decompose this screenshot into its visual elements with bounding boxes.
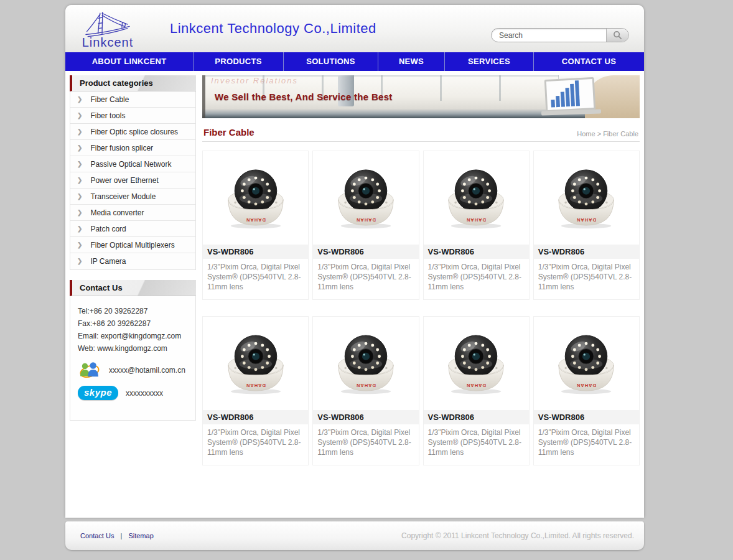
category-item-label: Fiber Optical Multiplexers [90, 237, 174, 253]
product-name[interactable]: VS-WDR806 [534, 245, 639, 259]
msn-messenger-icon [78, 361, 101, 380]
product-image[interactable] [424, 151, 529, 245]
chevron-right-icon: ❯ [77, 189, 82, 205]
contact-line: Tel:+86 20 39262287 [78, 305, 195, 317]
chevron-right-icon: ❯ [77, 91, 82, 108]
footer-link-separator: | [120, 532, 122, 539]
chevron-right-icon: ❯ [77, 156, 82, 172]
main-nav: ABOUT LINKCENTPRODUCTSSOLUTIONSNEWSSERVI… [65, 52, 644, 71]
product-name[interactable]: VS-WDR806 [534, 410, 639, 424]
category-item-label: Transceiver Module [90, 189, 156, 205]
title-row: Fiber Cable Home > Fiber Cable [203, 127, 638, 138]
product-name[interactable]: VS-WDR806 [424, 410, 529, 424]
breadcrumb-home-link[interactable]: Home [577, 130, 595, 138]
nav-item[interactable]: CONTACT US [533, 52, 644, 71]
footer-contact-us-link[interactable]: Contact Us [80, 532, 114, 539]
nav-item[interactable]: SOLUTIONS [283, 52, 378, 71]
category-item[interactable]: ❯ Transceiver Module [70, 189, 195, 205]
dome-camera-image [218, 325, 294, 401]
company-name: Linkcent Technology Co.,Limited [170, 21, 376, 37]
footer-links: Contact Us | Sitemap [80, 532, 154, 539]
page-title: Fiber Cable [203, 127, 254, 138]
main-column: Investor Relations We Sell the Best, And… [202, 75, 640, 465]
category-item[interactable]: ❯ Patch cord [70, 221, 195, 237]
product-grid: VS-WDR806 1/3"Pixim Orca, Digital Pixel … [202, 151, 640, 465]
contact-body: Tel:+86 20 39262287Fax:+86 20 39262287Em… [70, 296, 196, 421]
product-card[interactable]: VS-WDR806 1/3"Pixim Orca, Digital Pixel … [423, 316, 530, 465]
product-name[interactable]: VS-WDR806 [203, 410, 308, 424]
nav-item[interactable]: PRODUCTS [193, 52, 283, 71]
category-item-label: Power over Ethernet [90, 172, 158, 189]
chevron-right-icon: ❯ [77, 237, 82, 253]
dome-camera-image [548, 325, 624, 401]
product-card[interactable]: VS-WDR806 1/3"Pixim Orca, Digital Pixel … [533, 151, 640, 300]
product-description: 1/3"Pixim Orca, Digital Pixel System® (D… [313, 259, 418, 299]
category-item[interactable]: ❯ Fiber Cable [70, 91, 195, 108]
product-image[interactable] [203, 317, 308, 410]
product-card[interactable]: VS-WDR806 1/3"Pixim Orca, Digital Pixel … [202, 316, 309, 465]
product-card[interactable]: VS-WDR806 1/3"Pixim Orca, Digital Pixel … [533, 316, 640, 465]
sidebar: Product categories ❯ Fiber Cable ❯ Fiber… [70, 75, 196, 465]
product-name[interactable]: VS-WDR806 [424, 245, 529, 259]
chevron-right-icon: ❯ [77, 124, 82, 140]
product-name[interactable]: VS-WDR806 [313, 410, 418, 424]
skype-row: skype xxxxxxxxxx [78, 386, 195, 400]
chevron-right-icon: ❯ [77, 205, 82, 221]
chevron-right-icon: ❯ [77, 108, 82, 124]
product-categories-title: Product categories [70, 75, 196, 91]
category-item[interactable]: ❯ Fiber fusion splicer [70, 140, 195, 156]
banner: Investor Relations We Sell the Best, And… [202, 75, 640, 118]
search-button[interactable] [606, 29, 628, 42]
dome-camera-image [438, 325, 514, 401]
msn-row: xxxxx@hotamil.com.cn [78, 361, 195, 380]
chevron-right-icon: ❯ [77, 172, 82, 189]
product-image[interactable] [424, 317, 529, 410]
nav-item[interactable]: NEWS [378, 52, 444, 71]
product-card[interactable]: VS-WDR806 1/3"Pixim Orca, Digital Pixel … [312, 151, 419, 300]
site-header: Linkcent Linkcent Technology Co.,Limited [65, 5, 644, 52]
skype-contact-text: xxxxxxxxxx [126, 389, 163, 398]
nav-item[interactable]: ABOUT LINKCENT [65, 52, 193, 71]
category-item-label: IP Camera [90, 253, 126, 269]
category-item-label: Patch cord [90, 221, 126, 237]
product-card[interactable]: VS-WDR806 1/3"Pixim Orca, Digital Pixel … [312, 316, 419, 465]
dome-camera-image [438, 160, 514, 236]
logo[interactable]: Linkcent [70, 9, 145, 49]
product-card[interactable]: VS-WDR806 1/3"Pixim Orca, Digital Pixel … [423, 151, 530, 300]
copyright-text: Copyright © 2011 Linkcent Technology Co.… [401, 531, 634, 540]
contact-line: Web: www.kingdomgz.com [78, 342, 195, 355]
category-item[interactable]: ❯ Fiber Optical Multiplexers [70, 237, 195, 253]
category-item[interactable]: ❯ Fiber Optic splice closures [70, 124, 195, 140]
product-card[interactable]: VS-WDR806 1/3"Pixim Orca, Digital Pixel … [202, 151, 309, 300]
category-item-label: Fiber fusion splicer [90, 140, 153, 156]
product-image[interactable] [534, 151, 639, 245]
product-image[interactable] [313, 151, 418, 245]
footer-sitemap-link[interactable]: Sitemap [128, 532, 153, 539]
category-item[interactable]: ❯ Fiber tools [70, 108, 195, 124]
category-item[interactable]: ❯ Power over Ethernet [70, 172, 195, 189]
nav-item[interactable]: SERVICES [444, 52, 533, 71]
contact-lines: Tel:+86 20 39262287Fax:+86 20 39262287Em… [78, 305, 195, 355]
logo-text: Linkcent [70, 36, 145, 49]
search-input[interactable] [492, 29, 606, 42]
category-item[interactable]: ❯ Media converter [70, 205, 195, 221]
chevron-right-icon: ❯ [77, 253, 82, 269]
breadcrumb-separator: > [597, 130, 601, 138]
contact-line: Email: export@kingdomgz.com [78, 330, 195, 342]
category-item-label: Fiber Cable [90, 91, 129, 108]
dome-camera-image [218, 160, 294, 236]
product-image[interactable] [203, 151, 308, 245]
magnifier-icon [613, 30, 622, 40]
product-image[interactable] [534, 317, 639, 410]
product-name[interactable]: VS-WDR806 [313, 245, 418, 259]
product-name[interactable]: VS-WDR806 [203, 245, 308, 259]
category-item[interactable]: ❯ IP Camera [70, 253, 195, 269]
chevron-right-icon: ❯ [77, 221, 82, 237]
product-description: 1/3"Pixim Orca, Digital Pixel System® (D… [534, 259, 639, 299]
product-image[interactable] [313, 317, 418, 410]
product-categories-box: Product categories ❯ Fiber Cable ❯ Fiber… [70, 75, 196, 270]
category-item[interactable]: ❯ Passive Optical Network [70, 156, 195, 172]
skype-logo: skype [78, 386, 118, 400]
contact-line: Fax:+86 20 39262287 [78, 317, 195, 330]
dome-camera-image [548, 160, 624, 236]
